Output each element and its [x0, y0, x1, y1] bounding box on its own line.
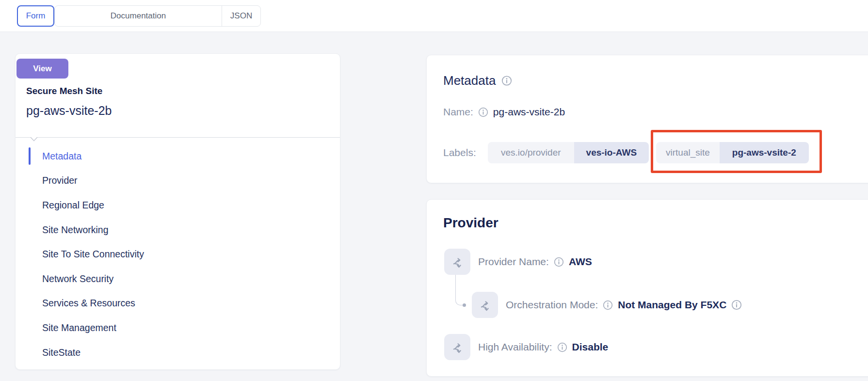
divider [16, 137, 340, 138]
sidebar-item-sitestate[interactable]: SiteState [16, 340, 340, 365]
metadata-card: Metadata Name: pg-aws-vsite-2b Labels: v… [426, 55, 868, 183]
name-label: Name: [443, 106, 473, 118]
tab-json-label: JSON [230, 11, 252, 21]
sidebar-item-network-security[interactable]: Network Security [16, 267, 340, 291]
info-icon[interactable] [501, 75, 512, 86]
tree-connector-line [455, 275, 464, 305]
orchestration-mode-value: Not Managed By F5XC [618, 299, 726, 311]
chevron-down-notch-icon [30, 137, 38, 142]
info-icon[interactable] [554, 257, 564, 267]
section-nav-panel: View Secure Mesh Site pg-aws-vsite-2b Me… [15, 53, 340, 370]
object-type-label: Secure Mesh Site [26, 86, 102, 96]
view-badge-label: View [33, 64, 51, 74]
tab-form[interactable]: Form [17, 5, 54, 27]
info-icon[interactable] [557, 342, 567, 352]
provider-card: Provider Provider Name: AWS Orchestratio… [426, 199, 868, 377]
sidebar-item-site-to-site-connectivity[interactable]: Site To Site Connectivity [16, 242, 340, 267]
label-chip-value: pg-aws-vsite-2 [720, 142, 809, 163]
name-row: Name: pg-aws-vsite-2b [443, 106, 565, 118]
section-nav: Metadata Provider Regional Edge Site Net… [16, 144, 340, 365]
high-availability-value: Disable [572, 341, 609, 353]
tab-json[interactable]: JSON [222, 6, 260, 26]
info-icon[interactable] [731, 300, 742, 310]
info-icon[interactable] [603, 300, 613, 310]
orchestration-mode-row: Orchestration Mode: Not Managed By F5XC [472, 292, 742, 318]
sidebar-item-label: Regional Edge [42, 200, 104, 211]
view-mode-tab-bar: Form Documentation JSON [0, 0, 868, 32]
sidebar-item-label: Services & Resources [42, 298, 135, 309]
orchestration-mode-label: Orchestration Mode: [506, 299, 598, 311]
sidebar-item-provider[interactable]: Provider [16, 169, 340, 193]
sidebar-item-label: Site Networking [42, 224, 109, 236]
labels-row-label: Labels: [443, 147, 476, 159]
label-chip-provider: ves.io/provider ves-io-AWS [488, 142, 649, 163]
name-value: pg-aws-vsite-2b [493, 106, 565, 118]
tab-group: Documentation JSON [54, 5, 261, 27]
sidebar-item-label: Site Management [42, 322, 116, 333]
tab-documentation[interactable]: Documentation [55, 6, 222, 26]
high-availability-label: High Availability: [478, 341, 552, 353]
info-icon[interactable] [478, 107, 488, 117]
tab-documentation-label: Documentation [111, 11, 166, 21]
sidebar-item-label: Metadata [42, 151, 81, 162]
labels-label: Labels: [443, 147, 476, 159]
sidebar-item-label: SiteState [42, 347, 80, 358]
view-mode-badge: View [16, 59, 68, 79]
label-chip-key: ves.io/provider [488, 142, 574, 163]
sidebar-item-site-networking[interactable]: Site Networking [16, 218, 340, 242]
sidebar-item-regional-edge[interactable]: Regional Edge [16, 193, 340, 218]
sidebar-item-metadata[interactable]: Metadata [16, 144, 340, 169]
label-chip-key: virtual_site [656, 142, 720, 163]
sidebar-item-services-resources[interactable]: Services & Resources [16, 291, 340, 316]
metadata-card-title: Metadata [443, 73, 496, 88]
active-indicator-bar [29, 147, 31, 165]
branch-icon [444, 249, 470, 275]
sidebar-item-label: Network Security [42, 273, 113, 285]
sidebar-item-label: Provider [42, 175, 78, 186]
sidebar-item-label: Site To Site Connectivity [42, 249, 144, 260]
provider-card-title: Provider [443, 215, 498, 231]
label-chip-value: ves-io-AWS [574, 142, 649, 163]
provider-name-label: Provider Name: [478, 256, 549, 268]
sidebar-item-site-management[interactable]: Site Management [16, 316, 340, 340]
branch-icon [444, 334, 470, 360]
high-availability-row: High Availability: Disable [444, 334, 608, 360]
object-name: pg-aws-vsite-2b [26, 104, 112, 118]
tab-form-label: Form [26, 11, 46, 21]
branch-icon [472, 292, 498, 318]
provider-name-row: Provider Name: AWS [444, 249, 592, 275]
provider-name-value: AWS [569, 256, 592, 268]
label-chip-virtual-site: virtual_site pg-aws-vsite-2 [656, 142, 809, 163]
